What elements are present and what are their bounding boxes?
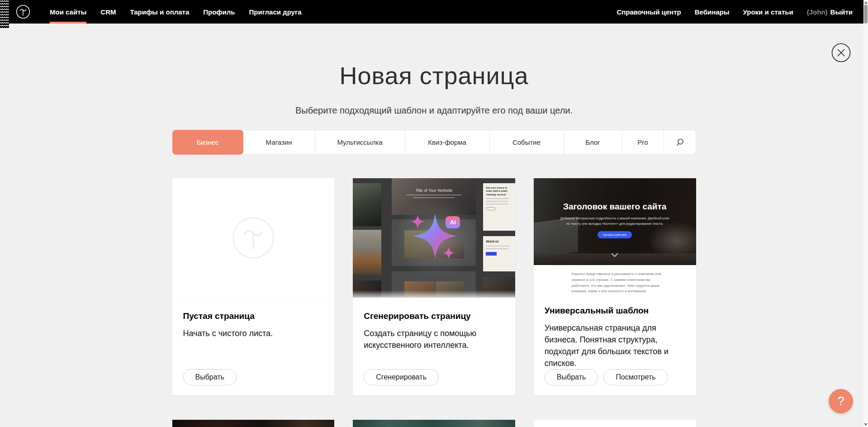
select-button[interactable]: Выбрать [183, 369, 237, 385]
nav-profile[interactable]: Профиль [203, 0, 235, 24]
collage-panel-blue-button [486, 252, 497, 256]
nav-webinars[interactable]: Вебинары [695, 0, 730, 24]
tab-business[interactable]: Бизнес [172, 130, 243, 155]
collage-photo-desk [353, 183, 381, 226]
collage-text-bar [406, 195, 461, 195]
page-title: Новая страница [172, 62, 696, 89]
card-info: Универсальный шаблон Универсальная стран… [534, 292, 696, 395]
wave-pattern-icon [0, 0, 9, 28]
card-title: Универсальный шаблон [545, 306, 685, 316]
collage-text-bar [486, 204, 508, 204]
tab-quiz-form[interactable]: Квиз-форма [405, 130, 490, 155]
collage-site-hero: Title of Your Website [392, 178, 476, 215]
close-icon [831, 43, 851, 62]
preview-button[interactable]: Посмотреть [603, 369, 668, 385]
tab-multilink[interactable]: Мультиссылка [315, 130, 405, 155]
tilda-logo[interactable] [16, 5, 30, 19]
tab-event[interactable]: Событие [490, 130, 564, 155]
template-card-partial[interactable] [353, 420, 515, 427]
template-card-partial[interactable] [534, 420, 696, 427]
template-card-universal: Заголовок вашего сайта Добавьте интересн… [534, 178, 696, 395]
template-card-ai: Title of Your Website Get your house in … [353, 178, 515, 395]
nav-my-sites[interactable]: Мои сайты [50, 0, 86, 24]
blank-page-preview[interactable] [172, 178, 335, 298]
scroll-down-arrow[interactable] [864, 423, 868, 426]
collage-mini-photo [436, 239, 464, 258]
tab-blog[interactable]: Блог [564, 130, 622, 155]
tab-pro[interactable]: Pro [622, 130, 664, 155]
logout-link[interactable]: Выйти [830, 8, 853, 16]
collage-site-section [392, 271, 476, 298]
user-box: (John) Выйти [807, 0, 853, 24]
template-card-partial[interactable] [172, 420, 335, 427]
select-button[interactable]: Выбрать [545, 369, 598, 385]
card-buttons: Выбрать [183, 369, 324, 385]
hero-subtitle: Добавьте интересные подробности о вашей … [559, 216, 670, 226]
collage-mini-photo [436, 281, 464, 297]
secondary-nav: Справочный центр Вебинары Уроки и статьи… [617, 0, 853, 24]
close-button[interactable] [831, 43, 851, 62]
hero-content: Заголовок вашего сайта Добавьте интересн… [534, 178, 696, 265]
card-buttons: Сгенерировать [364, 369, 504, 385]
template-cards-row-1: Пустая страница Начать с чистого листа. … [172, 178, 696, 395]
template-card-blank: Пустая страница Начать с чистого листа. … [172, 178, 335, 395]
generate-button[interactable]: Сгенерировать [364, 369, 439, 385]
nav-pricing[interactable]: Тарифы и оплата [130, 0, 189, 24]
tilda-watermark-icon [232, 217, 275, 259]
collage-panel-title: About us [486, 240, 512, 244]
scrollbar[interactable] [863, 0, 868, 427]
nav-help-center[interactable]: Справочный центр [617, 0, 681, 24]
collage-mini-photo [404, 230, 435, 258]
search-icon [675, 138, 684, 147]
hero-title: Заголовок вашего сайта [534, 202, 696, 212]
template-body-text: Коротко представьтесь и расскажите о ком… [572, 271, 662, 292]
collage-photo-bottom-right [483, 277, 515, 298]
ai-generate-preview[interactable]: Title of Your Website Get your house in … [353, 178, 515, 298]
collage-mini-photo [404, 281, 435, 297]
tilda-logo-icon [16, 5, 30, 19]
collage-photo-livingroom [353, 230, 381, 275]
card-info: Пустая страница Начать с чистого листа. … [172, 298, 335, 395]
scrollbar-thumb[interactable] [864, 5, 868, 24]
nav-invite-friend[interactable]: Пригласи друга [249, 0, 301, 24]
chevron-down-icon [611, 253, 618, 257]
collage-panel-button [486, 207, 496, 210]
top-bar: Мои сайты CRM Тарифы и оплата Профиль Пр… [0, 0, 863, 24]
card-buttons: Выбрать Посмотреть [545, 369, 685, 385]
collage-site-title: Title of Your Website [392, 188, 476, 193]
template-body-section: Коротко представьтесь и расскажите о ком… [534, 265, 696, 292]
card-title: Пустая страница [183, 311, 324, 321]
ai-badge: AI [446, 216, 460, 228]
collage-text-bar [486, 198, 509, 199]
page-subtitle: Выберите подходящий шаблон и адаптируйте… [172, 105, 696, 116]
tab-search[interactable] [664, 130, 696, 155]
tab-shop[interactable]: Магазин [243, 130, 315, 155]
card-description: Создать страницу с помощью искусственног… [364, 327, 504, 351]
category-tabs: Бизнес Магазин Мультиссылка Квиз-форма С… [172, 130, 696, 155]
scroll-up-arrow[interactable] [864, 1, 868, 4]
card-title: Сгенерировать страницу [364, 311, 504, 321]
collage-photo-people [353, 280, 381, 298]
template-cards-row-2 [172, 420, 696, 427]
collage-panel-title: Get your house in order with a smart cle… [486, 186, 512, 196]
nav-crm[interactable]: CRM [100, 0, 116, 24]
card-info: Сгенерировать страницу Создать страницу … [353, 298, 515, 395]
universal-template-preview[interactable]: Заголовок вашего сайта Добавьте интересн… [534, 178, 696, 292]
hero-cta-button: Целевое действие [598, 231, 632, 238]
user-name: (John) [807, 8, 828, 16]
collage-site-section [392, 219, 476, 266]
main-nav: Мои сайты CRM Тарифы и оплата Профиль Пр… [50, 0, 302, 24]
collage-panel-about: About us [483, 236, 515, 271]
card-description: Универсальная страница для бизнеса. Поня… [545, 322, 685, 369]
collage-text-bar [486, 201, 508, 202]
collage-text-bar [486, 246, 510, 247]
help-button[interactable]: ? [829, 389, 853, 413]
wave-pattern-decoration [0, 0, 9, 28]
collage-text-bar [486, 248, 508, 249]
collage-panel-cleaning: Get your house in order with a smart cle… [483, 183, 515, 231]
collage-text-bar [413, 197, 455, 198]
template-hero: Заголовок вашего сайта Добавьте интересн… [534, 178, 696, 265]
new-page-dialog: Новая страница Выберите подходящий шабло… [172, 24, 696, 427]
nav-lessons[interactable]: Уроки и статьи [743, 0, 793, 24]
card-description: Начать с чистого листа. [183, 327, 324, 339]
